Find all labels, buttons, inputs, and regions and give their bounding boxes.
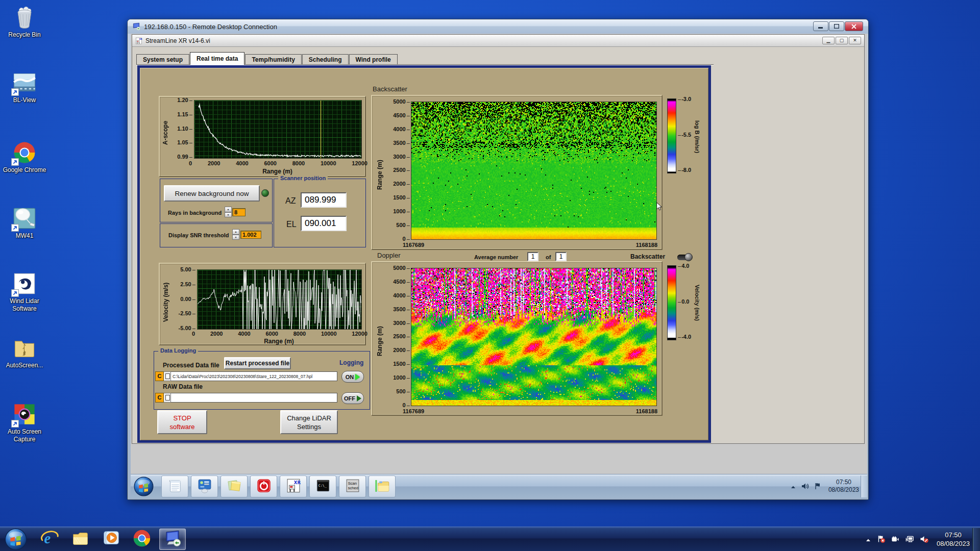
tick-label: 8000 <box>292 160 305 166</box>
rdp-minimize-button[interactable] <box>813 21 828 31</box>
remote-taskbar-button-folder[interactable] <box>369 475 396 497</box>
doppler-y-axis: 5000450040003500300025002000150010005000 <box>387 265 410 408</box>
remote-taskbar-button-command-prompt[interactable]: C:\_ <box>309 475 336 497</box>
app-minimize-button[interactable]: ▁ <box>822 37 835 44</box>
tick-label: 0 <box>192 331 195 337</box>
tab-temp-humidity[interactable]: Temp/humidity <box>245 54 301 65</box>
action-center-alert-icon[interactable] <box>877 535 886 543</box>
remote-start-button[interactable] <box>133 476 154 497</box>
tab-real-time-data[interactable]: Real time data <box>190 52 244 65</box>
raw-data-file-label: RAW Data file <box>163 383 203 390</box>
raw-logging-off-button[interactable]: OFF <box>341 392 364 404</box>
change-lidar-settings-button[interactable]: Change LiDARSettings <box>280 410 338 434</box>
desktop-icon-auto-screen-capture[interactable]: Auto Screen Capture <box>0 402 49 443</box>
tick-label: 500 <box>396 389 410 394</box>
doppler-plot <box>411 268 657 406</box>
svg-text:XR: XR <box>293 480 301 485</box>
tab-scheduling[interactable]: Scheduling <box>302 54 349 65</box>
off-led-arrow <box>357 395 361 402</box>
remote-taskbar-button-power-button[interactable] <box>250 475 277 497</box>
wind-lidar-icon <box>12 271 37 296</box>
remote-taskbar-button-sticky-notes[interactable] <box>220 475 248 497</box>
processed-path-field[interactable]: C:\Lidar\Data\Proc\2023\202308\20230808\… <box>171 371 337 381</box>
app-titlebar[interactable]: XR StreamLine XR v14-6.vi ▁ ▢ ✕ <box>132 35 864 47</box>
svg-text:Scan: Scan <box>348 481 356 486</box>
remote-clock[interactable]: 07:50 08/08/2023 <box>828 479 859 494</box>
app-close-button[interactable]: ✕ <box>849 37 861 44</box>
stop-software-button[interactable]: STOPsoftware <box>157 410 207 434</box>
rays-in-background-label: Rays in background <box>168 210 222 216</box>
speaker-muted-icon[interactable] <box>920 535 928 543</box>
rays-value-field[interactable]: 8 <box>232 208 246 216</box>
app-window: XR StreamLine XR v14-6.vi ▁ ▢ ✕ System s… <box>132 34 865 444</box>
start-button[interactable] <box>4 528 28 551</box>
average-number-field[interactable]: 1 <box>527 252 538 261</box>
remote-show-desktop-button[interactable] <box>861 475 867 497</box>
clock[interactable]: 07:50 08/08/2023 <box>937 531 970 548</box>
tick-label: 2500 <box>393 167 410 173</box>
rays-spinner[interactable] <box>225 207 232 217</box>
rdp-maximize-button[interactable] <box>829 21 844 31</box>
backscatter-toggle[interactable] <box>677 255 691 260</box>
rdp-window-title: 192.168.0.150 - Remote Desktop Connectio… <box>144 23 277 31</box>
restart-processed-file-button[interactable]: Restart processed file <box>224 357 291 369</box>
el-value-field[interactable]: 090.001 <box>301 216 347 231</box>
az-value-field[interactable]: 089.999 <box>301 192 347 208</box>
doppler-colorbar-label: Velocity (m/s) <box>694 272 700 333</box>
drive-letter-badge[interactable]: C <box>155 371 164 381</box>
recycle-bin-icon <box>12 5 37 30</box>
tick-label: 1500 <box>393 195 410 201</box>
app-maximize-button[interactable]: ▢ <box>836 37 848 44</box>
rdp-titlebar[interactable]: 192.168.0.150 - Remote Desktop Connectio… <box>128 19 868 34</box>
remote-taskbar-button-labview-xr[interactable]: XR <box>280 475 307 497</box>
rdp-close-button[interactable] <box>845 21 863 31</box>
speaker-icon[interactable] <box>801 482 809 490</box>
taskbar-button-explorer[interactable] <box>67 529 94 550</box>
chevron-up-icon[interactable] <box>790 483 796 489</box>
snr-spinner[interactable] <box>232 229 239 240</box>
processed-logging-on-button[interactable]: ON <box>341 371 364 383</box>
tab-wind-profile[interactable]: Wind profile <box>349 54 398 65</box>
desktop-icon-label: Auto Screen Capture <box>0 428 49 443</box>
desktop-icon-recycle-bin[interactable]: Recycle Bin <box>0 5 49 39</box>
tick-label: 3000 <box>393 320 410 326</box>
tick-label: 2000 <box>393 181 410 187</box>
remote-taskbar-button-notepad[interactable] <box>161 475 188 497</box>
of-label: of <box>546 254 551 260</box>
taskbar-button-ie[interactable]: e <box>37 529 63 550</box>
remote-taskbar-button-display-settings[interactable] <box>191 475 218 497</box>
average-count-field[interactable]: 1 <box>555 252 567 261</box>
chevron-up-icon[interactable] <box>865 536 871 542</box>
on-led-arrow <box>355 374 360 380</box>
power-battery-icon[interactable] <box>891 535 900 543</box>
renew-background-button[interactable]: Renew background now <box>164 185 260 202</box>
taskbar: e 07:50 08/08/2023 <box>0 527 980 551</box>
main-panel: 1.201.151.101.050.99 A-scope 02000400060… <box>137 65 711 443</box>
tick-label: 1000 <box>393 209 410 214</box>
action-center-flag-icon[interactable] <box>814 482 822 490</box>
tick-label: 3000 <box>393 154 410 160</box>
taskbar-button-media-player[interactable] <box>98 529 125 550</box>
taskbar-button-chrome[interactable] <box>129 529 155 550</box>
remote-taskbar-button-scan-sched[interactable]: Scansched <box>339 475 366 497</box>
tab-system-setup[interactable]: System setup <box>136 54 189 65</box>
doppler-x-end: 1168188 <box>636 408 657 414</box>
show-desktop-button[interactable] <box>972 528 980 551</box>
renew-led-indicator <box>261 189 269 197</box>
desktop-icon-wind-lidar-software[interactable]: Wind Lidar Software <box>0 271 49 313</box>
path-type-icon[interactable] <box>164 371 171 381</box>
network-icon[interactable] <box>905 535 914 543</box>
raw-path-field[interactable] <box>171 393 337 403</box>
drive-letter-badge[interactable]: C <box>155 393 164 403</box>
taskbar-button-rdp[interactable] <box>159 529 186 550</box>
tick-label: 4500 <box>393 113 410 118</box>
desktop-icon-google-chrome[interactable]: Google Chrome <box>0 140 49 174</box>
data-logging-title: Data Logging <box>158 347 198 354</box>
desktop-icon-autoscreen[interactable]: AutoScreen... <box>0 336 49 369</box>
desktop-icon-mw41[interactable]: MW41 <box>0 206 49 240</box>
desktop-icon-label: Wind Lidar Software <box>0 297 49 313</box>
desktop-icon-bl-view[interactable]: BL-View <box>0 70 49 104</box>
snr-value-field[interactable]: 1.002 <box>240 231 261 239</box>
path-type-icon[interactable] <box>164 393 171 403</box>
folder-icon <box>374 477 391 496</box>
